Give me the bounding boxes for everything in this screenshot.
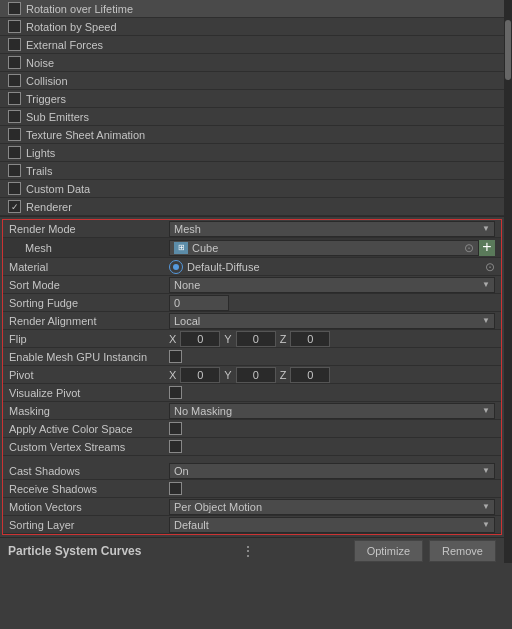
module-item-rotation-by-speed[interactable]: Rotation by Speed: [0, 18, 504, 36]
receive-shadows-label: Receive Shadows: [9, 483, 169, 495]
pivot-x-input[interactable]: [180, 367, 220, 383]
custom-vertex-streams-label: Custom Vertex Streams: [9, 441, 169, 453]
render-alignment-dropdown[interactable]: Local ▼: [169, 313, 495, 329]
module-label-external-forces: External Forces: [26, 39, 103, 51]
material-dot[interactable]: [169, 260, 183, 274]
module-item-sub-emitters[interactable]: Sub Emitters: [0, 108, 504, 126]
module-item-custom-data[interactable]: Custom Data: [0, 180, 504, 198]
flip-z-label: Z: [280, 333, 287, 345]
mesh-target-icon[interactable]: ⊙: [464, 241, 474, 255]
scrollbar-thumb[interactable]: [505, 20, 511, 80]
render-alignment-arrow: ▼: [482, 316, 490, 325]
module-list: Rotation over Lifetime Rotation by Speed…: [0, 0, 504, 217]
render-alignment-row: Render Alignment Local ▼: [3, 312, 501, 330]
checkbox-rotation-by-speed[interactable]: [8, 20, 21, 33]
mesh-value: Cube: [192, 242, 464, 254]
checkbox-triggers[interactable]: [8, 92, 21, 105]
enable-mesh-gpu-row: Enable Mesh GPU Instancin: [3, 348, 501, 366]
apply-active-color-space-label: Apply Active Color Space: [9, 423, 169, 435]
pivot-label: Pivot: [9, 369, 169, 381]
checkbox-collision[interactable]: [8, 74, 21, 87]
bottom-title: Particle System Curves: [8, 544, 141, 558]
checkbox-sub-emitters[interactable]: [8, 110, 21, 123]
checkbox-trails[interactable]: [8, 164, 21, 177]
flip-x-input[interactable]: [180, 331, 220, 347]
render-mode-row: Render Mode Mesh ▼: [3, 220, 501, 238]
masking-value: No Masking: [174, 405, 232, 417]
mesh-field[interactable]: ⊞ Cube ⊙: [169, 240, 479, 256]
render-mode-label: Render Mode: [9, 223, 169, 235]
apply-active-color-space-row: Apply Active Color Space: [3, 420, 501, 438]
module-label-texture-sheet-animation: Texture Sheet Animation: [26, 129, 145, 141]
material-label: Material: [9, 261, 169, 273]
module-item-rotation-over-lifetime[interactable]: Rotation over Lifetime: [0, 0, 504, 18]
checkbox-custom-data[interactable]: [8, 182, 21, 195]
mesh-label: Mesh: [9, 242, 169, 254]
module-item-triggers[interactable]: Triggers: [0, 90, 504, 108]
module-item-trails[interactable]: Trails: [0, 162, 504, 180]
cast-shadows-value: On: [174, 465, 189, 477]
sort-mode-control[interactable]: None ▼: [169, 277, 495, 293]
visualize-pivot-checkbox[interactable]: [169, 386, 182, 399]
sorting-fudge-label: Sorting Fudge: [9, 297, 169, 309]
checkbox-noise[interactable]: [8, 56, 21, 69]
enable-mesh-gpu-control: [169, 350, 495, 363]
motion-vectors-arrow: ▼: [482, 502, 490, 511]
panel: Rotation over Lifetime Rotation by Speed…: [0, 0, 512, 563]
custom-vertex-streams-checkbox[interactable]: [169, 440, 182, 453]
render-mode-dropdown[interactable]: Mesh ▼: [169, 221, 495, 237]
pivot-x-label: X: [169, 369, 176, 381]
main-content: Rotation over Lifetime Rotation by Speed…: [0, 0, 512, 563]
sort-mode-value: None: [174, 279, 200, 291]
module-label-triggers: Triggers: [26, 93, 66, 105]
render-alignment-label: Render Alignment: [9, 315, 169, 327]
remove-button[interactable]: Remove: [429, 540, 496, 562]
cast-shadows-control[interactable]: On ▼: [169, 463, 495, 479]
pivot-row: Pivot X Y Z: [3, 366, 501, 384]
enable-mesh-gpu-checkbox[interactable]: [169, 350, 182, 363]
motion-vectors-value: Per Object Motion: [174, 501, 262, 513]
receive-shadows-checkbox[interactable]: [169, 482, 182, 495]
checkbox-lights[interactable]: [8, 146, 21, 159]
optimize-button[interactable]: Optimize: [354, 540, 423, 562]
pivot-z-input[interactable]: [290, 367, 330, 383]
module-item-renderer[interactable]: Renderer: [0, 198, 504, 216]
render-mode-control[interactable]: Mesh ▼: [169, 221, 495, 237]
panel-wrapper: Rotation over Lifetime Rotation by Speed…: [0, 0, 512, 563]
motion-vectors-dropdown[interactable]: Per Object Motion ▼: [169, 499, 495, 515]
checkbox-rotation-over-lifetime[interactable]: [8, 2, 21, 15]
module-item-external-forces[interactable]: External Forces: [0, 36, 504, 54]
add-mesh-button[interactable]: +: [479, 240, 495, 256]
checkbox-texture-sheet-animation[interactable]: [8, 128, 21, 141]
scrollbar-track: [504, 0, 512, 563]
masking-control[interactable]: No Masking ▼: [169, 403, 495, 419]
sorting-layer-control[interactable]: Default ▼: [169, 517, 495, 533]
flip-y-input[interactable]: [236, 331, 276, 347]
module-item-collision[interactable]: Collision: [0, 72, 504, 90]
visualize-pivot-label: Visualize Pivot: [9, 387, 169, 399]
sort-mode-dropdown[interactable]: None ▼: [169, 277, 495, 293]
flip-z-input[interactable]: [290, 331, 330, 347]
sorting-fudge-value[interactable]: 0: [169, 295, 229, 311]
render-alignment-control[interactable]: Local ▼: [169, 313, 495, 329]
enable-mesh-gpu-label: Enable Mesh GPU Instancin: [9, 351, 169, 363]
sorting-layer-dropdown[interactable]: Default ▼: [169, 517, 495, 533]
render-mode-arrow: ▼: [482, 224, 490, 233]
material-target-icon[interactable]: ⊙: [485, 260, 495, 274]
module-item-noise[interactable]: Noise: [0, 54, 504, 72]
module-label-noise: Noise: [26, 57, 54, 69]
material-value: Default-Diffuse: [187, 261, 260, 273]
pivot-control: X Y Z: [169, 367, 495, 383]
checkbox-external-forces[interactable]: [8, 38, 21, 51]
module-item-lights[interactable]: Lights: [0, 144, 504, 162]
checkbox-renderer[interactable]: [8, 200, 21, 213]
module-item-texture-sheet-animation[interactable]: Texture Sheet Animation: [0, 126, 504, 144]
apply-active-color-space-checkbox[interactable]: [169, 422, 182, 435]
sorting-layer-label: Sorting Layer: [9, 519, 169, 531]
motion-vectors-control[interactable]: Per Object Motion ▼: [169, 499, 495, 515]
pivot-y-input[interactable]: [236, 367, 276, 383]
three-dots-icon[interactable]: ⋮: [241, 543, 255, 559]
cast-shadows-dropdown[interactable]: On ▼: [169, 463, 495, 479]
pivot-z-label: Z: [280, 369, 287, 381]
masking-dropdown[interactable]: No Masking ▼: [169, 403, 495, 419]
